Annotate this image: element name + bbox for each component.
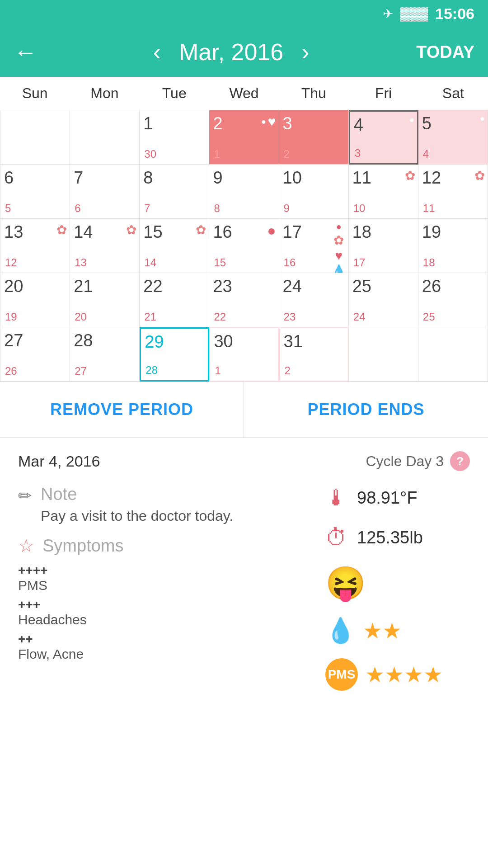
month-title: Mar, 2016 [179, 38, 283, 66]
temperature-value: 98.91°F [357, 488, 418, 508]
cal-cell-12[interactable]: ✿ 12 11 [418, 165, 488, 219]
day-header-tue: Tue [140, 77, 209, 110]
temperature-row[interactable]: 🌡 98.91°F [325, 485, 418, 511]
symptom-headaches-name: Headaches [18, 612, 307, 627]
cycle-day-help-button[interactable]: ? [450, 451, 470, 471]
pms-badge: PMS [325, 658, 358, 691]
cal-cell-18[interactable]: 18 17 [349, 219, 418, 273]
heart-icon: ♥ [335, 249, 343, 263]
symptom-flow-acne: ++ Flow, Acne [18, 632, 307, 662]
note-row[interactable]: ✏ Note Pay a visit to the doctor today. [18, 485, 307, 524]
cal-cell-2[interactable]: ● ♥ 2 1 [209, 110, 279, 165]
prev-month-button[interactable]: ‹ [153, 38, 161, 66]
cal-cell-17[interactable]: ● ✿ ♥ 💧 17 16 [279, 219, 349, 273]
cal-cell-3[interactable]: 3 2 [279, 110, 349, 165]
thermometer-icon: 🌡 [325, 485, 348, 511]
cal-cell-8[interactable]: 8 7 [140, 165, 209, 219]
today-button[interactable]: TODAY [416, 42, 474, 62]
cal-cell-5[interactable]: ● 5 4 [418, 110, 488, 165]
day-header-wed: Wed [209, 77, 279, 110]
flower-icon: ✿ [126, 222, 136, 237]
flower-icon: ✿ [56, 222, 67, 237]
day-header-sat: Sat [418, 77, 488, 110]
day-header-sun: Sun [0, 77, 70, 110]
cal-cell-21[interactable]: 21 20 [70, 273, 140, 327]
symptom-pms-name: PMS [18, 578, 307, 593]
cal-cell-empty[interactable] [70, 110, 140, 165]
cal-cell-empty[interactable] [0, 110, 70, 165]
back-button[interactable]: ← [14, 38, 37, 66]
detail-left-col: ✏ Note Pay a visit to the doctor today. … [18, 485, 307, 691]
drop-info-icon: 💧 [325, 616, 356, 645]
cal-cell-7[interactable]: 7 6 [70, 165, 140, 219]
flower-icon: ✿ [405, 168, 415, 183]
flower-icon: ✿ [474, 168, 485, 183]
period-rating-stars: ★★ [363, 618, 402, 643]
cal-cell-27[interactable]: 27 26 [0, 327, 70, 382]
cal-cell-4-today[interactable]: ● 4 3 [349, 110, 418, 165]
note-text: Pay a visit to the doctor today. [41, 508, 233, 524]
star-icon: ☆ [18, 535, 34, 556]
next-month-button[interactable]: › [301, 38, 309, 66]
cycle-day-badge: Cycle Day 3 ? [366, 451, 470, 471]
mood-badge[interactable]: 😝 [325, 564, 366, 603]
symptom-flow-intensity: ++ [18, 632, 307, 646]
period-start-dot: ● [261, 117, 266, 127]
calendar-header: ← ‹ Mar, 2016 › TODAY [0, 27, 488, 77]
month-navigation: ‹ Mar, 2016 › [46, 38, 416, 66]
cal-cell-16[interactable]: ● 16 15 [209, 219, 279, 273]
cal-cell-15[interactable]: ✿ 15 14 [140, 219, 209, 273]
day-header-thu: Thu [279, 77, 348, 110]
status-time: 15:06 [435, 5, 474, 23]
cal-cell-empty [349, 327, 418, 382]
detail-section: Mar 4, 2016 Cycle Day 3 ? ✏ Note Pay a v… [0, 438, 488, 704]
cal-cell-24[interactable]: 24 23 [279, 273, 349, 327]
cal-cell-30[interactable]: 30 1 [209, 327, 279, 382]
cal-cell-26[interactable]: 26 25 [418, 273, 488, 327]
symptom-pms-intensity: ++++ [18, 563, 307, 578]
weight-row[interactable]: ⏱ 125.35lb [325, 524, 423, 551]
cal-cell-22[interactable]: 22 21 [140, 273, 209, 327]
cal-cell-25[interactable]: 25 24 [349, 273, 418, 327]
period-dot-icon: ● [267, 222, 276, 239]
symptom-headaches-intensity: +++ [18, 598, 307, 612]
cal-cell-31[interactable]: 31 2 [279, 327, 349, 382]
cal-cell-29-selected[interactable]: 29 28 [140, 327, 209, 382]
airplane-icon: ✈ [383, 6, 393, 21]
symptoms-header[interactable]: ☆ Symptoms [18, 535, 307, 556]
flower-icon: ✿ [333, 233, 344, 248]
remove-period-button[interactable]: REMOVE PERIOD [0, 382, 244, 437]
symptom-headaches: +++ Headaches [18, 598, 307, 627]
cal-cell-28[interactable]: 28 27 [70, 327, 140, 382]
symptoms-label: Symptoms [42, 536, 123, 556]
cal-cell-6[interactable]: 6 5 [0, 165, 70, 219]
cal-cell-20[interactable]: 20 19 [0, 273, 70, 327]
bottom-action-buttons: REMOVE PERIOD PERIOD ENDS [0, 382, 488, 438]
calendar-grid: 1 30 ● ♥ 2 1 3 2 ● 4 3 ● 5 4 6 5 7 6 8 7 [0, 110, 488, 382]
note-label: Note [41, 485, 233, 504]
period-stars-row[interactable]: 💧 ★★ [325, 616, 402, 645]
period-ends-button[interactable]: PERIOD ENDS [244, 382, 488, 437]
cal-cell-14[interactable]: ✿ 14 13 [70, 219, 140, 273]
small-dot-icon: ● [336, 222, 342, 232]
cal-cell-1[interactable]: 1 30 [140, 110, 209, 165]
pms-stars-row[interactable]: PMS ★★★★ [325, 658, 443, 691]
symptom-pms: ++++ PMS [18, 563, 307, 593]
battery-icon: ▓▓▓ [400, 6, 428, 21]
day-header-mon: Mon [70, 77, 139, 110]
cal-cell-13[interactable]: ✿ 13 12 [0, 219, 70, 273]
cal-cell-19[interactable]: 19 18 [418, 219, 488, 273]
cycle-day-text: Cycle Day 3 [366, 453, 444, 470]
detail-header: Mar 4, 2016 Cycle Day 3 ? [18, 451, 470, 471]
mood-emoji: 😝 [325, 565, 366, 601]
cal-cell-9[interactable]: 9 8 [209, 165, 279, 219]
cal-cell-empty [418, 327, 488, 382]
cal-cell-23[interactable]: 23 22 [209, 273, 279, 327]
detail-body: ✏ Note Pay a visit to the doctor today. … [18, 485, 470, 691]
flower-icon: ✿ [196, 222, 206, 237]
day-header-fri: Fri [348, 77, 418, 110]
period-dot-icon: ● [480, 114, 485, 123]
cal-cell-10[interactable]: 10 9 [279, 165, 349, 219]
cal-cell-11[interactable]: ✿ 11 10 [349, 165, 418, 219]
detail-right-col: 🌡 98.91°F ⏱ 125.35lb 😝 💧 ★★ PMS ★★★★ [325, 485, 470, 691]
